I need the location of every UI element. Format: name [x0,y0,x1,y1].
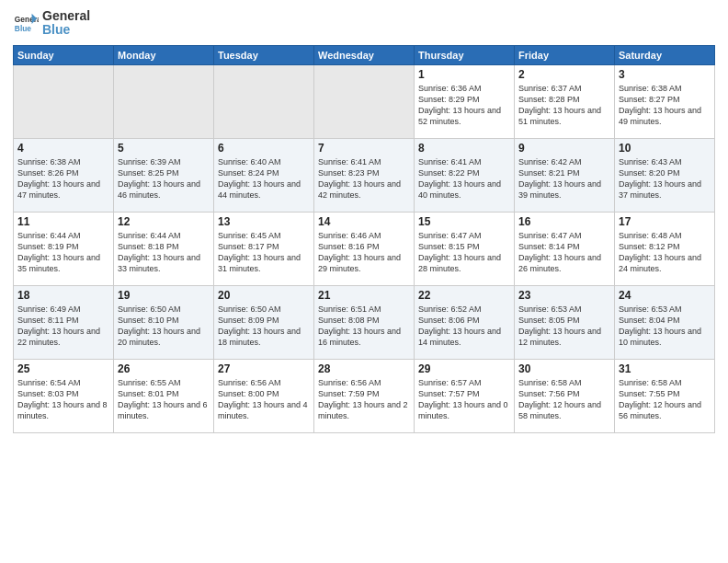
day-info: Sunrise: 6:47 AMSunset: 8:14 PMDaylight:… [518,230,610,275]
day-number: 26 [118,362,210,375]
day-number: 12 [118,215,210,228]
calendar-day-cell: 28Sunrise: 6:56 AMSunset: 7:59 PMDayligh… [314,359,415,432]
calendar-week-row: 18Sunrise: 6:49 AMSunset: 8:11 PMDayligh… [14,285,715,359]
day-number: 16 [518,215,610,228]
calendar-day-cell: 4Sunrise: 6:38 AMSunset: 8:26 PMDaylight… [14,138,114,212]
day-info: Sunrise: 6:38 AMSunset: 8:27 PMDaylight:… [619,83,711,128]
day-info: Sunrise: 6:50 AMSunset: 8:10 PMDaylight:… [118,304,210,349]
day-number: 5 [118,142,210,155]
day-info: Sunrise: 6:44 AMSunset: 8:18 PMDaylight:… [118,230,210,275]
calendar-container: General Blue General Blue SundayMondayTu… [0,0,728,439]
day-info: Sunrise: 6:38 AMSunset: 8:26 PMDaylight:… [17,156,109,201]
calendar-day-cell: 18Sunrise: 6:49 AMSunset: 8:11 PMDayligh… [14,285,114,359]
day-info: Sunrise: 6:46 AMSunset: 8:16 PMDaylight:… [318,230,410,275]
day-of-week-header: Monday [114,45,214,64]
day-number: 23 [518,289,610,302]
calendar-day-cell: 31Sunrise: 6:58 AMSunset: 7:55 PMDayligh… [615,359,715,432]
day-number: 24 [619,289,711,302]
calendar-day-cell: 21Sunrise: 6:51 AMSunset: 8:08 PMDayligh… [314,285,415,359]
day-info: Sunrise: 6:36 AMSunset: 8:29 PMDaylight:… [418,83,510,128]
day-number: 20 [218,289,310,302]
day-info: Sunrise: 6:42 AMSunset: 8:21 PMDaylight:… [518,156,610,201]
logo-line2: Blue [42,23,90,37]
day-number: 19 [118,289,210,302]
day-info: Sunrise: 6:49 AMSunset: 8:11 PMDaylight:… [17,304,109,349]
day-number: 14 [318,215,410,228]
day-info: Sunrise: 6:57 AMSunset: 7:57 PMDaylight:… [418,377,510,422]
day-of-week-header: Friday [515,45,615,64]
calendar-day-cell: 29Sunrise: 6:57 AMSunset: 7:57 PMDayligh… [415,359,515,432]
logo-icon: General Blue [13,10,39,36]
calendar-day-cell [14,64,114,138]
day-info: Sunrise: 6:37 AMSunset: 8:28 PMDaylight:… [518,83,610,128]
calendar-day-cell [114,64,214,138]
day-info: Sunrise: 6:53 AMSunset: 8:04 PMDaylight:… [619,304,711,349]
calendar-day-cell: 10Sunrise: 6:43 AMSunset: 8:20 PMDayligh… [615,138,715,212]
calendar-day-cell: 3Sunrise: 6:38 AMSunset: 8:27 PMDaylight… [615,64,715,138]
day-info: Sunrise: 6:40 AMSunset: 8:24 PMDaylight:… [218,156,310,201]
calendar-week-row: 25Sunrise: 6:54 AMSunset: 8:03 PMDayligh… [14,359,715,432]
day-number: 8 [418,142,510,155]
calendar-day-cell: 12Sunrise: 6:44 AMSunset: 8:18 PMDayligh… [114,212,214,285]
day-number: 1 [418,68,510,81]
day-info: Sunrise: 6:41 AMSunset: 8:22 PMDaylight:… [418,156,510,201]
calendar-week-row: 4Sunrise: 6:38 AMSunset: 8:26 PMDaylight… [14,138,715,212]
day-info: Sunrise: 6:56 AMSunset: 7:59 PMDaylight:… [318,377,410,422]
day-number: 7 [318,142,410,155]
calendar-day-cell: 24Sunrise: 6:53 AMSunset: 8:04 PMDayligh… [615,285,715,359]
day-number: 6 [218,142,310,155]
calendar-header-row: SundayMondayTuesdayWednesdayThursdayFrid… [14,45,715,64]
day-number: 2 [518,68,610,81]
day-info: Sunrise: 6:51 AMSunset: 8:08 PMDaylight:… [318,304,410,349]
day-number: 10 [619,142,711,155]
day-number: 25 [17,362,109,375]
calendar-day-cell: 23Sunrise: 6:53 AMSunset: 8:05 PMDayligh… [515,285,615,359]
day-info: Sunrise: 6:53 AMSunset: 8:05 PMDaylight:… [518,304,610,349]
calendar-header: General Blue General Blue [13,9,715,38]
day-number: 22 [418,289,510,302]
day-info: Sunrise: 6:45 AMSunset: 8:17 PMDaylight:… [218,230,310,275]
calendar-day-cell [314,64,415,138]
svg-text:Blue: Blue [15,25,31,34]
calendar-day-cell: 14Sunrise: 6:46 AMSunset: 8:16 PMDayligh… [314,212,415,285]
day-number: 28 [318,362,410,375]
day-info: Sunrise: 6:43 AMSunset: 8:20 PMDaylight:… [619,156,711,201]
calendar-day-cell: 8Sunrise: 6:41 AMSunset: 8:22 PMDaylight… [415,138,515,212]
day-of-week-header: Sunday [14,45,114,64]
calendar-day-cell [214,64,314,138]
calendar-week-row: 11Sunrise: 6:44 AMSunset: 8:19 PMDayligh… [14,212,715,285]
logo: General Blue General Blue [13,9,90,38]
day-info: Sunrise: 6:58 AMSunset: 7:56 PMDaylight:… [518,377,610,422]
day-info: Sunrise: 6:55 AMSunset: 8:01 PMDaylight:… [118,377,210,422]
day-info: Sunrise: 6:47 AMSunset: 8:15 PMDaylight:… [418,230,510,275]
calendar-day-cell: 16Sunrise: 6:47 AMSunset: 8:14 PMDayligh… [515,212,615,285]
day-info: Sunrise: 6:58 AMSunset: 7:55 PMDaylight:… [619,377,711,422]
day-info: Sunrise: 6:50 AMSunset: 8:09 PMDaylight:… [218,304,310,349]
day-number: 17 [619,215,711,228]
day-of-week-header: Thursday [415,45,515,64]
day-info: Sunrise: 6:41 AMSunset: 8:23 PMDaylight:… [318,156,410,201]
day-of-week-header: Tuesday [214,45,314,64]
calendar-day-cell: 22Sunrise: 6:52 AMSunset: 8:06 PMDayligh… [415,285,515,359]
day-number: 15 [418,215,510,228]
day-number: 27 [218,362,310,375]
day-info: Sunrise: 6:54 AMSunset: 8:03 PMDaylight:… [17,377,109,422]
calendar-day-cell: 19Sunrise: 6:50 AMSunset: 8:10 PMDayligh… [114,285,214,359]
day-number: 3 [619,68,711,81]
calendar-day-cell: 20Sunrise: 6:50 AMSunset: 8:09 PMDayligh… [214,285,314,359]
day-number: 13 [218,215,310,228]
calendar-day-cell: 15Sunrise: 6:47 AMSunset: 8:15 PMDayligh… [415,212,515,285]
day-info: Sunrise: 6:52 AMSunset: 8:06 PMDaylight:… [418,304,510,349]
calendar-day-cell: 26Sunrise: 6:55 AMSunset: 8:01 PMDayligh… [114,359,214,432]
day-number: 29 [418,362,510,375]
calendar-day-cell: 1Sunrise: 6:36 AMSunset: 8:29 PMDaylight… [415,64,515,138]
day-number: 4 [17,142,109,155]
calendar-day-cell: 17Sunrise: 6:48 AMSunset: 8:12 PMDayligh… [615,212,715,285]
day-number: 9 [518,142,610,155]
logo-line1: General [42,9,90,23]
calendar-day-cell: 27Sunrise: 6:56 AMSunset: 8:00 PMDayligh… [214,359,314,432]
calendar-day-cell: 13Sunrise: 6:45 AMSunset: 8:17 PMDayligh… [214,212,314,285]
day-of-week-header: Saturday [615,45,715,64]
calendar-day-cell: 9Sunrise: 6:42 AMSunset: 8:21 PMDaylight… [515,138,615,212]
day-info: Sunrise: 6:48 AMSunset: 8:12 PMDaylight:… [619,230,711,275]
